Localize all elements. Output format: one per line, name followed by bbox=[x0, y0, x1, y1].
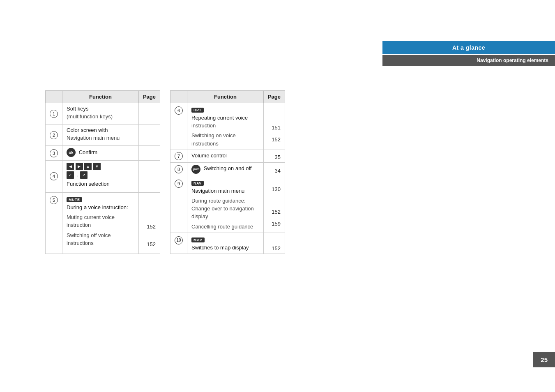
table-row: 7 Volume control 35 bbox=[170, 150, 285, 162]
table-row: 3 ok Confirm bbox=[46, 146, 160, 161]
at-a-glance-bar: At a glance bbox=[382, 41, 555, 54]
arrow-diag-right-icon: ↗ bbox=[80, 171, 88, 179]
table-row: 5 MUTE During a voice instruction: Mutin… bbox=[46, 192, 160, 254]
row4-func: ◀ ▶ ▲ ▼ ↙ , ↗ Function selection bbox=[62, 161, 139, 193]
row9-func: NAV Navigation main menu During route gu… bbox=[187, 176, 264, 233]
row2-page bbox=[138, 125, 160, 146]
row2-func: Color screen with Navigation main menu bbox=[62, 125, 139, 146]
row6-num: 6 bbox=[170, 103, 187, 150]
section-title-bar: Navigation operating elements bbox=[382, 55, 555, 66]
page-number-badge: 25 bbox=[533, 352, 555, 367]
left-table: Function Page 1 Soft keys (multifunction… bbox=[45, 90, 160, 254]
mute-badge: MUTE bbox=[67, 197, 82, 202]
row4-num: 4 bbox=[46, 161, 62, 193]
row1-num: 1 bbox=[46, 103, 62, 125]
left-col-page-header: Page bbox=[138, 91, 160, 103]
table-row: 1 Soft keys (multifunction keys) bbox=[46, 103, 160, 125]
row2-num: 2 bbox=[46, 125, 62, 146]
row6-func: RPT Repeating current voice instruction … bbox=[187, 103, 264, 150]
row1-func: Soft keys (multifunction keys) bbox=[62, 103, 139, 125]
table-row: 9 NAV Navigation main menu During route … bbox=[170, 176, 285, 233]
section-title-label: Navigation operating elements bbox=[477, 58, 548, 63]
row5-page: 152 152 bbox=[138, 192, 160, 254]
row9-page: 130 152 159 bbox=[263, 176, 285, 233]
arrow-down-icon: ▼ bbox=[93, 163, 101, 170]
pwr-badge: pwr bbox=[191, 165, 200, 174]
page-number: 25 bbox=[541, 356, 548, 363]
table-row: 6 RPT Repeating current voice instructio… bbox=[170, 103, 285, 150]
arrow-up-icon: ▲ bbox=[84, 163, 92, 170]
row10-page: 152 bbox=[263, 233, 285, 254]
right-col-page-header: Page bbox=[263, 91, 285, 103]
table-row: 2 Color screen with Navigation main menu bbox=[46, 125, 160, 146]
table-row: 4 ◀ ▶ ▲ ▼ ↙ , ↗ Function selection bbox=[46, 161, 160, 193]
at-a-glance-label: At a glance bbox=[452, 44, 485, 51]
arrow-left-icon: ◀ bbox=[67, 163, 74, 170]
nav-badge: NAV bbox=[191, 181, 204, 186]
row7-func: Volume control bbox=[187, 150, 264, 162]
right-table: Function Page 6 RPT Repeating current vo… bbox=[170, 90, 285, 254]
table-row: 10 MAP Switches to map display 152 bbox=[170, 233, 285, 254]
row3-func: ok Confirm bbox=[62, 146, 139, 161]
rpt-badge: RPT bbox=[191, 108, 204, 113]
row8-func: pwr Switching on and off bbox=[187, 162, 264, 176]
tables-area: Function Page 1 Soft keys (multifunction… bbox=[45, 90, 285, 254]
row7-num: 7 bbox=[170, 150, 187, 162]
row3-page bbox=[138, 146, 160, 161]
table-row: 8 pwr Switching on and off 34 bbox=[170, 162, 285, 176]
left-col-num-header bbox=[46, 91, 62, 103]
right-col-function-header: Function bbox=[187, 91, 264, 103]
row8-num: 8 bbox=[170, 162, 187, 176]
row10-num: 10 bbox=[170, 233, 187, 254]
row4-page bbox=[138, 161, 160, 193]
map-badge: MAP bbox=[191, 238, 205, 242]
arrow-right-icon: ▶ bbox=[76, 163, 83, 170]
ok-badge: ok bbox=[67, 148, 76, 157]
header-area: At a glance Navigation operating element… bbox=[382, 41, 555, 66]
right-col-num-header bbox=[170, 91, 187, 103]
row6-page: 151 152 bbox=[263, 103, 285, 150]
row7-page: 35 bbox=[263, 150, 285, 162]
row5-num: 5 bbox=[46, 192, 62, 254]
row8-page: 34 bbox=[263, 162, 285, 176]
left-col-function-header: Function bbox=[62, 91, 139, 103]
row3-num: 3 bbox=[46, 146, 62, 161]
row5-func: MUTE During a voice instruction: Muting … bbox=[62, 192, 139, 254]
circle-10: 10 bbox=[175, 236, 183, 244]
row1-page bbox=[138, 103, 160, 125]
row10-func: MAP Switches to map display bbox=[187, 233, 264, 254]
row9-num: 9 bbox=[170, 176, 187, 233]
arrow-diag-left-icon: ↙ bbox=[67, 171, 74, 179]
